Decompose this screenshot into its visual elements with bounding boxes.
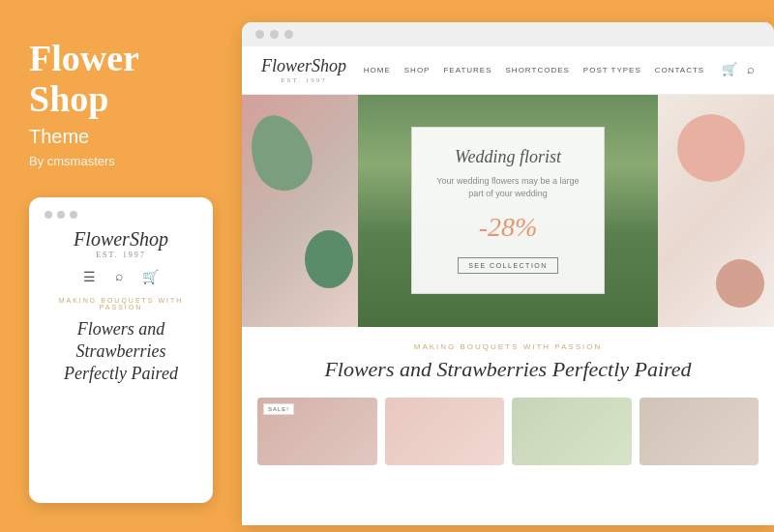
product-thumb-4[interactable] <box>640 398 759 465</box>
browser-content: FlowerShop EST. 1997 Home Shop Features … <box>242 46 774 525</box>
hero-section: Wedding florist Your wedding flowers may… <box>242 95 774 327</box>
cart-nav-icon[interactable]: 🛒 <box>722 62 737 77</box>
product-thumb-2[interactable] <box>385 398 505 465</box>
hero-card-discount: -28% <box>436 212 580 243</box>
tagline-heading: Flowers and Strawberries Perfectly Paire… <box>261 357 755 382</box>
site-logo-sub: EST. 1997 <box>261 76 346 84</box>
hero-image-right <box>658 95 774 327</box>
nav-shop[interactable]: Shop <box>404 66 431 74</box>
theme-author: By cmsmasters <box>29 154 213 168</box>
mobile-tagline: Making Bouquets With Passion <box>45 297 197 310</box>
sale-badge-1: SALE! <box>263 403 294 415</box>
search-icon: ⌕ <box>115 269 123 285</box>
search-nav-icon[interactable]: ⌕ <box>747 62 755 77</box>
browser-dot-1 <box>255 30 264 39</box>
tagline-small: Making Bouquets With Passion <box>261 342 755 351</box>
nav-post-types[interactable]: Post Types <box>583 66 641 74</box>
nav-shortcodes[interactable]: Shortcodes <box>506 66 570 74</box>
product-thumb-3[interactable] <box>512 398 632 465</box>
hero-image-left <box>242 95 358 327</box>
mobile-logo: FlowerShop <box>45 228 197 251</box>
mobile-heading: Flowers and Strawberries Perfectly Paire… <box>45 318 197 386</box>
nav-contacts[interactable]: Contacts <box>655 66 704 74</box>
see-collection-button[interactable]: SEE COLLECTION <box>458 257 558 274</box>
products-row: SALE! <box>242 390 774 525</box>
nav-links: Home Shop Features Shortcodes Post Types… <box>364 66 704 74</box>
site-nav: FlowerShop EST. 1997 Home Shop Features … <box>242 46 774 95</box>
browser-panel: FlowerShop EST. 1997 Home Shop Features … <box>242 22 774 525</box>
hero-card-title: Wedding florist <box>436 147 580 167</box>
mobile-dots <box>45 211 197 219</box>
nav-icons: 🛒 ⌕ <box>722 62 755 77</box>
theme-subtitle: Theme <box>29 126 213 148</box>
mobile-dot-1 <box>45 211 52 219</box>
left-panel: Flower Shop Theme By cmsmasters FlowerSh… <box>0 0 242 532</box>
mobile-preview-card: FlowerShop EST. 1997 ☰ ⌕ 🛒 Making Bouque… <box>29 197 213 503</box>
site-logo-area: FlowerShop EST. 1997 <box>261 56 346 84</box>
browser-dot-3 <box>284 30 293 39</box>
site-logo: FlowerShop <box>261 56 346 76</box>
nav-home[interactable]: Home <box>364 66 391 74</box>
browser-dot-2 <box>270 30 279 39</box>
hero-center: Wedding florist Your wedding flowers may… <box>358 95 658 327</box>
mobile-logo-area: FlowerShop EST. 1997 <box>45 228 197 259</box>
mobile-dot-2 <box>57 211 65 219</box>
cart-icon: 🛒 <box>142 269 159 285</box>
browser-bar <box>242 22 774 46</box>
menu-icon: ☰ <box>83 269 96 285</box>
hero-card-desc: Your wedding flowers may be a large part… <box>436 175 580 199</box>
mobile-dot-3 <box>70 211 77 219</box>
nav-features[interactable]: Features <box>443 66 491 74</box>
tagline-section: Making Bouquets With Passion Flowers and… <box>242 327 774 390</box>
mobile-icon-row: ☰ ⌕ 🛒 <box>45 269 197 285</box>
mobile-logo-sub: EST. 1997 <box>45 251 197 259</box>
hero-card: Wedding florist Your wedding flowers may… <box>411 127 605 293</box>
theme-title: Flower Shop <box>29 39 213 120</box>
product-thumb-1[interactable]: SALE! <box>257 398 377 465</box>
